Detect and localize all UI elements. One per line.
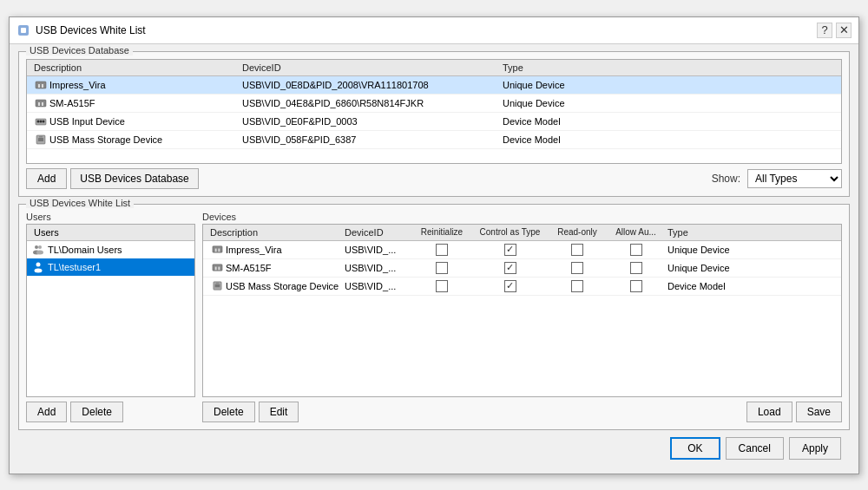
reinit-checkbox[interactable] xyxy=(436,280,448,292)
ok-button[interactable]: OK xyxy=(670,437,720,460)
dev-row3-allowau xyxy=(608,280,664,292)
devices-save-button[interactable]: Save xyxy=(796,402,842,422)
devices-load-button[interactable]: Load xyxy=(746,402,792,422)
row4-type: Device Model xyxy=(499,134,638,145)
dialog-body: USB Devices Database Description DeviceI… xyxy=(10,44,858,474)
th-readonly: Read-only xyxy=(547,227,608,238)
readonly-checkbox[interactable] xyxy=(571,262,583,274)
users-add-button[interactable]: Add xyxy=(26,402,67,422)
svg-rect-22 xyxy=(214,249,216,252)
devices-delete-button[interactable]: Delete xyxy=(202,402,255,422)
apply-button[interactable]: Apply xyxy=(789,437,841,460)
allowau-checkbox[interactable] xyxy=(630,280,642,292)
cancel-button[interactable]: Cancel xyxy=(726,437,784,460)
svg-point-9 xyxy=(37,120,40,122)
usb-database-table: Description DeviceID Type Impress_Vira U… xyxy=(26,59,842,164)
close-button[interactable]: ✕ xyxy=(836,23,852,38)
user-row[interactable]: TL\testuser1 xyxy=(27,258,194,276)
table-row[interactable]: SM-A515F USB\VID_04E8&PID_6860\R58N814FJ… xyxy=(27,95,841,113)
control-checkbox[interactable] xyxy=(504,244,516,256)
add-button[interactable]: Add xyxy=(26,168,67,189)
th-reinit: Reinitialize xyxy=(411,227,473,238)
show-select[interactable]: All Types Unique Device Device Model xyxy=(747,169,842,188)
show-label: Show: xyxy=(712,173,740,185)
bottom-buttons: OK Cancel Apply xyxy=(18,430,850,465)
svg-point-15 xyxy=(35,245,38,249)
row1-type: Unique Device xyxy=(499,80,638,90)
device-row[interactable]: SM-A515F USB\VID_... xyxy=(203,259,841,278)
control-checkbox[interactable] xyxy=(504,280,516,292)
devices-panel: Description DeviceID Reinitialize Contro… xyxy=(202,224,842,397)
users-section-label: Users xyxy=(26,212,195,222)
svg-rect-24 xyxy=(212,265,221,271)
usb-icon xyxy=(210,243,224,257)
dev-row2-type: Unique Device xyxy=(664,263,742,273)
svg-rect-1 xyxy=(21,28,26,33)
devices-section: Devices Description DeviceID Reinitializ… xyxy=(202,212,842,422)
reinit-checkbox[interactable] xyxy=(436,244,448,256)
allowau-checkbox[interactable] xyxy=(630,244,642,256)
title-bar: USB Devices White List ? ✕ xyxy=(10,17,858,44)
users-list: TL\Domain Users TL\testuser1 xyxy=(27,241,194,276)
dev-row3-readonly xyxy=(547,280,608,292)
device-row[interactable]: USB Mass Storage Device USB\VID_... xyxy=(203,278,841,296)
th-description: Description xyxy=(30,62,239,73)
svg-rect-7 xyxy=(42,102,43,106)
main-dialog: USB Devices White List ? ✕ USB Devices D… xyxy=(9,16,859,474)
usb-database-button[interactable]: USB Devices Database xyxy=(70,168,198,189)
svg-rect-2 xyxy=(36,82,46,88)
th-deviceid-bot: DeviceID xyxy=(341,227,411,238)
table-row[interactable]: Impress_Vira USB\VID_0E8D&PID_2008\VRA11… xyxy=(27,76,841,95)
dev-row3-reinit xyxy=(411,280,473,292)
readonly-checkbox[interactable] xyxy=(571,244,583,256)
title-bar-left: USB Devices White List xyxy=(16,23,146,37)
usb-input-icon xyxy=(34,114,48,128)
usb-database-header: Description DeviceID Type xyxy=(27,60,841,76)
svg-rect-28 xyxy=(214,284,220,288)
table-row[interactable]: USB Mass Storage Device USB\VID_058F&PID… xyxy=(27,131,841,149)
svg-rect-23 xyxy=(218,249,220,252)
dev-row1-type: Unique Device xyxy=(664,245,742,255)
usb-database-rows: Impress_Vira USB\VID_0E8D&PID_2008\VRA11… xyxy=(27,76,841,163)
devices-edit-button[interactable]: Edit xyxy=(259,402,299,422)
dev-row1-deviceid: USB\VID_... xyxy=(341,245,411,255)
table-row[interactable]: USB Input Device USB\VID_0E0F&PID_0003 D… xyxy=(27,113,841,131)
devices-right-buttons: Load Save xyxy=(746,402,842,422)
row4-deviceid: USB\VID_058F&PID_6387 xyxy=(239,134,499,145)
svg-rect-3 xyxy=(38,84,40,88)
allowau-checkbox[interactable] xyxy=(630,262,642,274)
dialog-icon xyxy=(16,23,30,37)
usb-mass-icon xyxy=(34,133,48,147)
th-type: Type xyxy=(499,62,638,73)
devices-section-label: Devices xyxy=(202,212,842,222)
row1-desc: Impress_Vira xyxy=(30,78,239,92)
users-delete-button[interactable]: Delete xyxy=(70,402,123,422)
dev-row2-allowau xyxy=(608,262,664,274)
help-button[interactable]: ? xyxy=(817,23,832,38)
usb-icon xyxy=(210,261,224,275)
svg-rect-14 xyxy=(39,136,43,138)
reinit-checkbox[interactable] xyxy=(436,262,448,274)
user-row[interactable]: TL\Domain Users xyxy=(27,241,194,258)
dev-row2-deviceid: USB\VID_... xyxy=(341,263,411,273)
control-checkbox[interactable] xyxy=(504,262,516,274)
svg-rect-13 xyxy=(38,138,43,141)
dev-row3-desc: USB Mass Storage Device xyxy=(207,279,341,293)
users-section: Users Users TL\Domain U xyxy=(26,212,195,422)
readonly-checkbox[interactable] xyxy=(571,280,583,292)
svg-point-16 xyxy=(38,245,42,249)
th-type-bot: Type xyxy=(664,227,742,238)
usb-icon xyxy=(34,78,48,92)
dev-row1-readonly xyxy=(547,244,608,256)
dev-row2-reinit xyxy=(411,262,473,274)
dev-row2-desc: SM-A515F xyxy=(207,261,341,275)
svg-rect-29 xyxy=(215,283,219,284)
whitelist-group: USB Devices White List Users Users xyxy=(18,204,850,430)
svg-point-18 xyxy=(36,250,43,254)
dev-row2-control xyxy=(473,262,547,274)
users-buttons: Add Delete xyxy=(26,402,195,422)
svg-point-10 xyxy=(40,120,43,122)
device-row[interactable]: Impress_Vira USB\VID_... xyxy=(203,241,841,259)
dev-row1-control xyxy=(473,244,547,256)
th-control: Control as Type xyxy=(473,227,547,238)
